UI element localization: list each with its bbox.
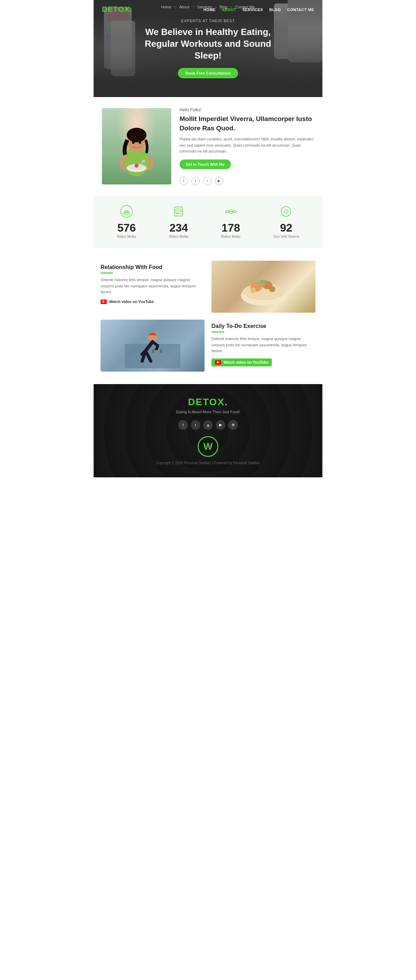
- svg-rect-17: [226, 211, 228, 213]
- stat-icon-2: [221, 205, 241, 220]
- services-section: Relationship With Food Deleniti maiores …: [94, 248, 322, 384]
- stat-number-2: 178: [221, 222, 241, 233]
- footer-google-icon[interactable]: g: [203, 420, 213, 430]
- footer-navigation: Home | About | Services | Blog | Contact…: [94, 0, 322, 14]
- youtube-icon[interactable]: ▶: [215, 177, 223, 185]
- exercise-illustration: [125, 323, 180, 368]
- service-row-2: Daily To-Do Exercise Deleniti maiores fe…: [100, 320, 316, 372]
- footer-nav-home[interactable]: Home: [161, 5, 171, 9]
- service-1-image: [212, 261, 316, 313]
- about-description: Platea dui diam curabitur, quod, exercit…: [180, 136, 314, 154]
- service-2-description: Deleniti maiores felis tempor, magna qui…: [212, 336, 316, 354]
- stat-label-0: Ridics Mollis: [117, 235, 136, 239]
- stat-number-3: 92: [273, 222, 299, 233]
- book-consultation-button[interactable]: Book Free Consultation: [178, 68, 239, 78]
- service-1-youtube-label: Watch video on YouTube: [109, 299, 154, 304]
- page-wrapper: DETOX. HOME ABOUT SERVICES BLOG CONTACT …: [94, 0, 322, 477]
- svg-point-7: [134, 164, 138, 167]
- service-1-description: Deleniti maiores felis tempor, magna qui…: [100, 277, 204, 295]
- footer-nav-blog[interactable]: Blog: [220, 5, 228, 9]
- svg-point-3: [132, 141, 135, 144]
- footer-rss-icon[interactable]: ⊕: [228, 420, 238, 430]
- svg-point-11: [124, 212, 129, 215]
- youtube-icon-2: [215, 360, 221, 365]
- person-illustration: [112, 119, 161, 185]
- footer-youtube-icon[interactable]: ▶: [216, 420, 225, 430]
- service-spacer: [100, 313, 316, 320]
- twitter-icon[interactable]: t: [191, 177, 200, 185]
- svg-rect-31: [125, 344, 180, 368]
- about-content: Hello Folks! Mollit Imperdiet Viverra, U…: [180, 107, 314, 185]
- stat-number-1: 234: [169, 222, 188, 233]
- svg-rect-35: [160, 350, 162, 353]
- service-1-title: Relationship With Food: [100, 264, 204, 270]
- food-illustration: [236, 264, 291, 309]
- svg-point-4: [139, 141, 142, 144]
- svg-point-10: [121, 205, 132, 217]
- about-hello: Hello Folks!: [180, 107, 314, 112]
- hero-subtitle: Experts at Their Best: [135, 19, 281, 23]
- footer-tagline: Eating Is About More Than Just Food!: [100, 410, 316, 414]
- stat-icon-1: [169, 205, 188, 220]
- service-row-1: Relationship With Food Deleniti maiores …: [100, 261, 316, 313]
- youtube-icon-1: [100, 299, 107, 304]
- stats-section: 576 Ridics Mollis 234 Ridics Mollis 178 …: [94, 196, 322, 248]
- stat-item-3: 92 Orci Velit Viverra: [273, 205, 299, 239]
- svg-point-27: [250, 287, 256, 293]
- service-2-youtube-link[interactable]: Watch video on YouTube: [212, 358, 272, 366]
- about-section: Hello Folks! Mollit Imperdiet Viverra, U…: [94, 97, 322, 196]
- service-2-image: [100, 320, 204, 372]
- svg-point-21: [281, 207, 291, 216]
- about-image: [102, 108, 171, 185]
- footer-facebook-icon[interactable]: f: [178, 420, 188, 430]
- stat-number-0: 576: [117, 222, 136, 233]
- stat-label-3: Orci Velit Viverra: [273, 235, 299, 239]
- service-2-youtube-label: Watch video on YouTube: [223, 360, 268, 364]
- footer-nav-about[interactable]: About: [179, 5, 189, 9]
- svg-point-2: [127, 128, 147, 143]
- stat-item-2: 178 Ridics Mollis: [221, 205, 241, 239]
- footer-copyright: Copyright © 2024 Personal Dietitian | Po…: [100, 461, 316, 465]
- footer-nav-sep-1: |: [175, 5, 176, 9]
- get-in-touch-button[interactable]: Get In Touch With Me: [180, 159, 231, 169]
- service-1-text: Relationship With Food Deleniti maiores …: [100, 261, 204, 313]
- service-2-text: Daily To-Do Exercise Deleniti maiores fe…: [212, 320, 316, 372]
- footer-nav-sep-4: |: [231, 5, 232, 9]
- about-title: Mollit Imperdiet Viverra, Ullamcorper Iu…: [180, 115, 314, 133]
- service-2-title: Daily To-Do Exercise: [212, 323, 316, 329]
- stat-icon-0: [117, 205, 136, 220]
- social-icons: f t i ▶: [180, 177, 314, 185]
- footer-twitter-icon[interactable]: t: [191, 420, 200, 430]
- instagram-icon[interactable]: i: [203, 177, 212, 185]
- hero-content: Experts at Their Best We Believe in Heal…: [135, 19, 281, 78]
- stat-item-0: 576 Ridics Mollis: [117, 205, 136, 239]
- svg-rect-34: [152, 350, 154, 353]
- stat-icon-3: [273, 205, 299, 220]
- footer-nav-contact[interactable]: Contact Me: [235, 5, 255, 9]
- stat-label-2: Ridics Mollis: [221, 235, 241, 239]
- footer-nav-sep-3: |: [215, 5, 216, 9]
- service-1-underline: [100, 272, 113, 274]
- service-1-youtube-link[interactable]: Watch video on YouTube: [100, 299, 204, 304]
- wordpress-logo: W: [198, 436, 218, 457]
- facebook-icon[interactable]: f: [180, 177, 188, 185]
- footer-nav-services[interactable]: Services: [197, 5, 212, 9]
- service-2-underline: [212, 331, 224, 332]
- footer-nav-sep-2: |: [193, 5, 194, 9]
- footer-logo: DETOX.: [100, 396, 316, 408]
- hero-title: We Believe in Healthy Eating, Regular Wo…: [135, 26, 281, 61]
- stat-label-1: Ridics Mollis: [169, 235, 188, 239]
- svg-rect-18: [233, 211, 236, 213]
- about-image-inner: [102, 108, 171, 185]
- footer-section: DETOX. Eating Is About More Than Just Fo…: [94, 384, 322, 477]
- stat-item-1: 234 Ridics Mollis: [169, 205, 188, 239]
- svg-point-28: [269, 286, 275, 292]
- footer-social-icons: f t g ▶ ⊕: [100, 420, 316, 430]
